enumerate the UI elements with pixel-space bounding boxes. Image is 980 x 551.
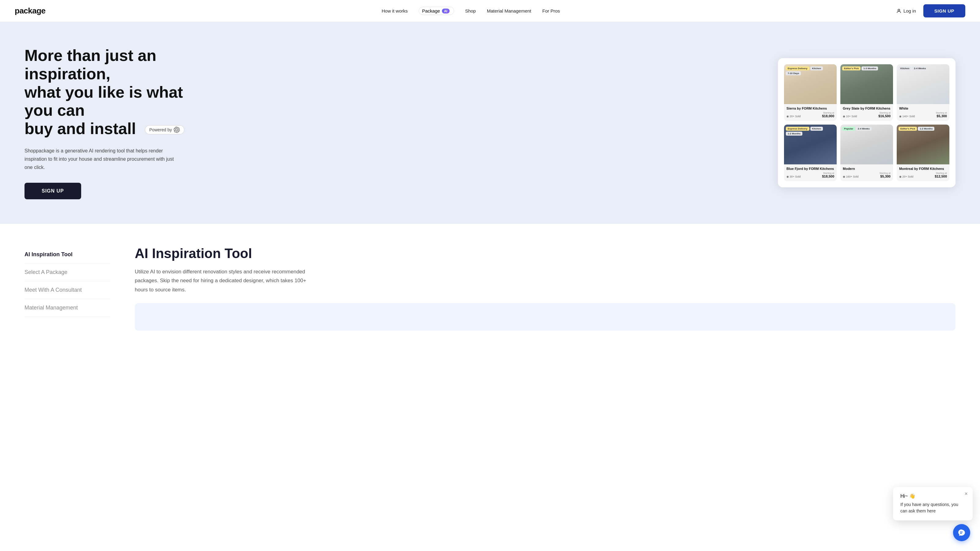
product-sold: ◉ 160+ Sold — [843, 175, 858, 178]
product-tag: Editor's Pick — [842, 67, 861, 70]
hero-section: More than just an inspiration, what you … — [0, 22, 980, 224]
how-sidebar-item-meet-consultant[interactable]: Meet With A Consultant — [24, 281, 110, 299]
product-tags: Express DeliveryKitchen1-2 Months — [786, 127, 837, 136]
product-tag: 1-3 Months — [861, 67, 878, 70]
product-tag: 1-2 Months — [918, 127, 934, 131]
how-sidebar-item-ai-inspiration[interactable]: AI Inspiration Tool — [24, 246, 110, 264]
nav-link-how-it-works[interactable]: How it works — [382, 8, 407, 13]
powered-badge: Powered by — [145, 125, 185, 134]
product-image: Express DeliveryKitchen1-2 Months — [784, 125, 837, 164]
product-sold: ◉ 140+ Sold — [899, 115, 915, 118]
product-meta: ◉ 10+ Sold Starting at $16,500 — [843, 111, 891, 118]
nav-link-package[interactable]: Package AI — [418, 7, 454, 15]
product-grid: Express DeliveryKitchen7-10 Days Sierra … — [784, 64, 950, 181]
nav-link-material[interactable]: Material Management — [487, 8, 531, 13]
ai-badge: AI — [442, 9, 450, 13]
product-meta: ◉ 30+ Sold Starting at $18,500 — [786, 172, 834, 178]
product-sold: ◉ 30+ Sold — [786, 175, 800, 178]
how-active-description: Utilize AI to envision different renovat… — [135, 267, 306, 294]
product-tags: Editor's Pick1-2 Months — [899, 127, 934, 131]
product-price-label: Starting at — [936, 111, 947, 114]
powered-by-text: Powered by — [150, 127, 172, 132]
product-price-wrap: Starting at $5,300 — [936, 111, 947, 118]
product-price-label: Starting at — [935, 172, 947, 175]
product-card[interactable]: Editor's Pick1-3 Months Grey Slate by FO… — [840, 64, 893, 121]
product-price-label: Starting at — [878, 111, 891, 114]
product-image: Popular2-4 Weeks — [840, 125, 893, 164]
product-price: $5,300 — [880, 175, 891, 178]
hero-title: More than just an inspiration, what you … — [24, 46, 196, 138]
nav-right: Log in SIGN UP — [896, 4, 965, 17]
product-info: Grey Slate by FORM Kitchens ◉ 10+ Sold S… — [840, 104, 893, 121]
product-price: $12,500 — [935, 175, 947, 178]
product-sold: ◉ 20+ Sold — [786, 115, 800, 118]
product-image: Editor's Pick1-3 Months — [840, 64, 893, 104]
how-sidebar: AI Inspiration ToolSelect A PackageMeet … — [24, 246, 110, 317]
product-price: $18,500 — [822, 175, 834, 178]
product-sold: ◉ 10+ Sold — [843, 115, 857, 118]
how-sidebar-item-select-package[interactable]: Select A Package — [24, 264, 110, 281]
hero-signup-button[interactable]: SIGN UP — [24, 183, 81, 199]
product-tags: Express DeliveryKitchen7-10 Days — [786, 67, 837, 75]
openai-icon — [173, 127, 180, 133]
product-price-label: Starting at — [880, 172, 891, 175]
login-label: Log in — [904, 8, 916, 13]
product-name: White — [899, 106, 947, 110]
product-name: Blue Fjord by FORM Kitchens — [786, 167, 834, 170]
product-tag: 2-4 Weeks — [912, 67, 928, 70]
hero-title-line2: what you like is what you can — [24, 83, 196, 120]
product-info: Montreal by FORM Kitchens ◉ 20+ Sold Sta… — [897, 164, 950, 181]
logo[interactable]: package — [15, 6, 46, 16]
product-sold: ◉ 20+ Sold — [899, 175, 913, 178]
nav-links: How it works Package AI Shop Material Ma… — [382, 7, 560, 15]
hero-title-line3: buy and install Powered by — [24, 120, 185, 137]
product-meta: ◉ 160+ Sold Starting at $5,300 — [843, 172, 891, 178]
product-price-label: Starting at — [822, 172, 834, 175]
nav-signup-button[interactable]: SIGN UP — [923, 4, 965, 17]
product-meta: ◉ 140+ Sold Starting at $5,300 — [899, 111, 947, 118]
svg-point-0 — [898, 9, 900, 11]
tool-preview — [135, 303, 956, 330]
product-card[interactable]: Editor's Pick1-2 Months Montreal by FORM… — [897, 125, 950, 181]
product-tag: Express Delivery — [786, 127, 810, 131]
nav-link-for-pros[interactable]: For Pros — [542, 8, 560, 13]
product-tag: Kitchen — [810, 127, 823, 131]
product-meta: ◉ 20+ Sold Starting at $18,000 — [786, 111, 834, 118]
hero-title-line1: More than just an inspiration, — [24, 46, 196, 83]
product-card[interactable]: Express DeliveryKitchen1-2 Months Blue F… — [784, 125, 837, 181]
nav-link-shop[interactable]: Shop — [465, 8, 476, 13]
product-tag: Popular — [842, 127, 855, 131]
navbar: package How it works Package AI Shop Mat… — [0, 0, 980, 22]
product-tag: Express Delivery — [786, 67, 810, 70]
product-card[interactable]: Kitchen2-4 Weeks White ◉ 140+ Sold Start… — [897, 64, 950, 121]
product-tags: Popular2-4 Weeks — [842, 127, 872, 131]
hero-left: More than just an inspiration, what you … — [24, 46, 196, 199]
product-image: Kitchen2-4 Weeks — [897, 64, 950, 104]
product-price-wrap: Starting at $12,500 — [935, 172, 947, 178]
product-price-label: Starting at — [822, 111, 834, 114]
product-image: Express DeliveryKitchen7-10 Days — [784, 64, 837, 104]
product-name: Modern — [843, 167, 891, 170]
product-card[interactable]: Express DeliveryKitchen7-10 Days Sierra … — [784, 64, 837, 121]
hero-description: Shoppackage is a generative AI rendering… — [24, 147, 178, 172]
product-price: $5,300 — [936, 114, 947, 118]
product-tag: 1-2 Months — [786, 132, 802, 136]
product-tags: Kitchen2-4 Weeks — [899, 67, 928, 70]
product-grid-container: Express DeliveryKitchen7-10 Days Sierra … — [778, 58, 956, 187]
product-price: $18,000 — [822, 114, 834, 118]
how-sidebar-item-material-mgmt[interactable]: Material Management — [24, 299, 110, 317]
product-tag: Kitchen — [810, 67, 823, 70]
product-card[interactable]: Popular2-4 Weeks Modern ◉ 160+ Sold Star… — [840, 125, 893, 181]
product-tag: 7-10 Days — [786, 71, 801, 75]
product-price: $16,500 — [878, 114, 891, 118]
login-link[interactable]: Log in — [896, 8, 916, 14]
product-price-wrap: Starting at $16,500 — [878, 111, 891, 118]
product-info: Modern ◉ 160+ Sold Starting at $5,300 — [840, 164, 893, 181]
product-tag: 2-4 Weeks — [856, 127, 872, 131]
nav-package-label: Package — [422, 8, 440, 13]
product-info: White ◉ 140+ Sold Starting at $5,300 — [897, 104, 950, 121]
product-price-wrap: Starting at $18,000 — [822, 111, 834, 118]
product-price-wrap: Starting at $5,300 — [880, 172, 891, 178]
product-info: Blue Fjord by FORM Kitchens ◉ 30+ Sold S… — [784, 164, 837, 181]
how-section: AI Inspiration ToolSelect A PackageMeet … — [0, 224, 980, 353]
